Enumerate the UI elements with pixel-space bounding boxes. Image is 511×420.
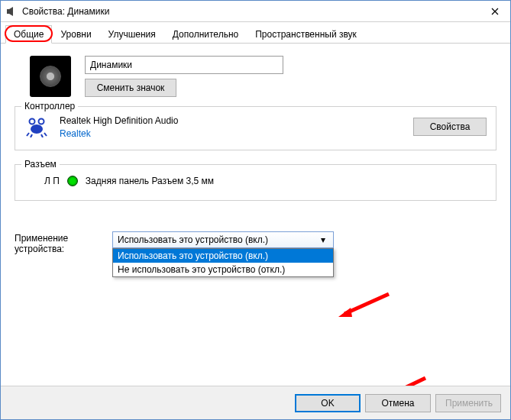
controller-group: Контроллер Realtek High Definition Audio… <box>15 106 496 150</box>
properties-window: Свойства: Динамики Общие Уровни Улучшени… <box>0 0 511 420</box>
speaker-icon <box>30 56 71 97</box>
dialog-footer: OK Отмена Применить <box>1 386 510 419</box>
speaker-small-icon <box>5 5 18 18</box>
change-icon-button[interactable]: Сменить значок <box>85 79 176 97</box>
device-header: Сменить значок <box>15 56 496 97</box>
apply-button[interactable]: Применить <box>435 394 501 412</box>
controller-vendor-link[interactable]: Realtek <box>60 128 403 139</box>
controller-group-title: Контроллер <box>21 101 78 111</box>
device-name-input[interactable] <box>85 56 283 74</box>
tab-strip: Общие Уровни Улучшения Дополнительно Про… <box>1 22 510 44</box>
close-button[interactable] <box>480 1 510 22</box>
svg-marker-5 <box>338 308 352 317</box>
window-title: Свойства: Динамики <box>22 6 480 17</box>
controller-properties-button[interactable]: Свойства <box>413 118 487 136</box>
controller-name: Realtek High Definition Audio <box>60 115 403 126</box>
tab-advanced-label: Дополнительно <box>173 29 238 40</box>
tab-enhancements-label: Улучшения <box>108 29 156 40</box>
titlebar: Свойства: Динамики <box>1 1 510 22</box>
svg-point-3 <box>30 119 35 124</box>
tab-general[interactable]: Общие <box>5 25 52 44</box>
tab-advanced[interactable]: Дополнительно <box>164 25 247 43</box>
tab-spatial-label: Пространственный звук <box>255 29 357 40</box>
svg-marker-1 <box>9 7 13 16</box>
tab-general-label: Общие <box>14 29 44 40</box>
usage-dropdown-list: Использовать это устройство (вкл.) Не ис… <box>112 248 334 277</box>
cancel-button[interactable]: Отмена <box>365 394 431 412</box>
tab-levels-label: Уровни <box>60 29 91 40</box>
usage-label: Применение устройства: <box>15 231 91 254</box>
usage-combobox[interactable]: Использовать это устройство (вкл.) ▾ <box>112 231 334 248</box>
jack-description: Задняя панель Разъем 3,5 мм <box>86 176 214 186</box>
usage-selected-value: Использовать это устройство (вкл.) <box>118 234 268 245</box>
tab-spatial[interactable]: Пространственный звук <box>247 25 365 43</box>
svg-point-2 <box>31 124 43 134</box>
svg-point-4 <box>39 119 44 124</box>
jack-channel: Л П <box>44 176 60 186</box>
usage-option-disable[interactable]: Не использовать это устройство (откл.) <box>113 263 333 276</box>
jack-group: Разъем Л П Задняя панель Разъем 3,5 мм <box>15 164 496 201</box>
tab-levels[interactable]: Уровни <box>52 25 99 43</box>
annotation-arrow-dropdown <box>337 291 390 321</box>
jack-group-title: Разъем <box>21 159 60 170</box>
realtek-crab-icon <box>24 115 49 139</box>
tab-content: Сменить значок Контроллер Realtek High D… <box>1 44 510 267</box>
usage-row: Применение устройства: Использовать это … <box>15 231 496 254</box>
jack-color-icon <box>67 176 78 186</box>
tab-enhancements[interactable]: Улучшения <box>100 25 164 43</box>
svg-rect-0 <box>7 9 9 14</box>
usage-option-enable[interactable]: Использовать это устройство (вкл.) <box>113 249 333 263</box>
chevron-down-icon: ▾ <box>318 234 328 245</box>
ok-button[interactable]: OK <box>295 394 361 412</box>
